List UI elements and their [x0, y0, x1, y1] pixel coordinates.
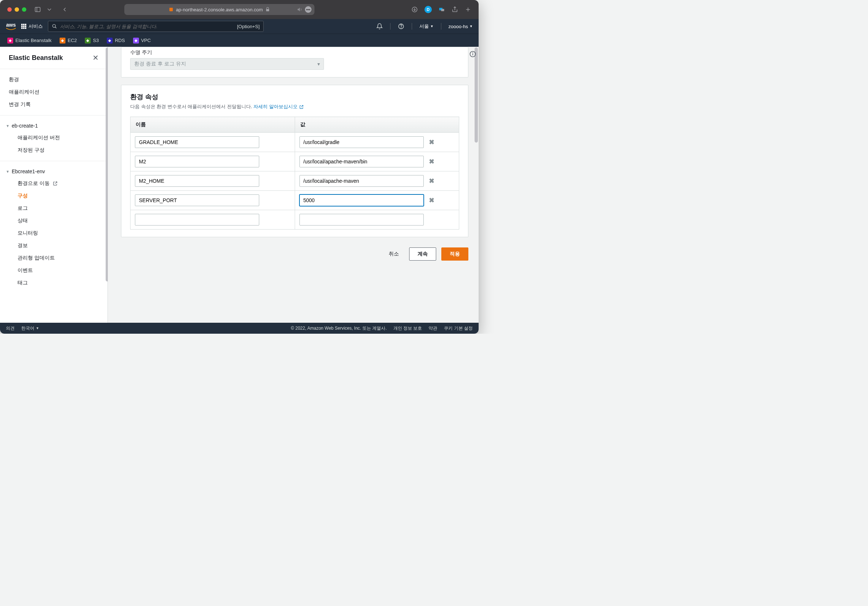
remove-row-icon[interactable]: ✖ [429, 196, 434, 204]
lifecycle-select[interactable]: 환경 종료 후 로그 유지 ▾ [130, 58, 324, 70]
favorite-label: VPC [141, 38, 151, 43]
sound-icon[interactable] [297, 6, 303, 12]
minimize-window[interactable] [15, 7, 19, 12]
prop-value-input[interactable] [299, 214, 424, 226]
actions-row: 취소 계속 적용 [121, 244, 468, 264]
sidebar-sublink[interactable]: 상태 [0, 215, 107, 227]
sidebar-sublink[interactable]: 애플리케이션 버전 [0, 131, 107, 144]
lifecycle-label: 수명 주기 [130, 49, 459, 56]
sidebar-sublink[interactable]: 저장된 구성 [0, 144, 107, 156]
content-scrollbar[interactable] [474, 48, 478, 142]
new-tab-icon[interactable] [465, 6, 471, 13]
close-window[interactable] [7, 7, 12, 12]
aws-footer: 의견 한국어 ▼ © 2022, Amazon Web Services, In… [0, 323, 479, 334]
remove-row-icon[interactable]: ✖ [429, 138, 434, 146]
services-label: 서비스 [28, 23, 43, 29]
prop-row: ✖ [130, 172, 459, 191]
services-menu[interactable]: 서비스 [21, 23, 43, 29]
svg-line-11 [55, 27, 57, 28]
sidebar-sublink[interactable]: 경보 [0, 240, 107, 252]
chevron-down-icon: ▾ [317, 61, 320, 67]
sidebar-link[interactable]: 변경 기록 [0, 98, 107, 111]
sidebar-sublink[interactable]: 이벤트 [0, 264, 107, 277]
prop-value-input[interactable] [299, 136, 424, 148]
prop-value-input[interactable] [299, 195, 424, 206]
close-sidebar-icon[interactable]: ✕ [93, 53, 99, 62]
prop-name-input[interactable] [135, 175, 259, 187]
region-label: 서울 [419, 23, 429, 29]
prop-name-input[interactable] [135, 136, 259, 148]
service-icon: ◆ [85, 38, 91, 43]
aws-logo[interactable]: aws [6, 22, 16, 30]
svg-rect-0 [35, 7, 40, 12]
footer-terms[interactable]: 약관 [428, 325, 437, 331]
sidebar-app-toggle[interactable]: ▼ eb-create-1 [0, 120, 107, 131]
sidebar-sublink[interactable]: 로그 [0, 202, 107, 215]
content-area: 수명 주기 환경 종료 후 로그 유지 ▾ 환경 속성 다음 속성은 환경 변수… [108, 47, 479, 323]
aws-search[interactable]: [Option+S] [48, 21, 264, 32]
prop-value-input[interactable] [299, 175, 424, 187]
lock-icon [265, 7, 270, 12]
screens-icon[interactable] [439, 6, 445, 13]
info-panel-toggle[interactable] [467, 51, 479, 58]
reader-icon[interactable]: ••• [305, 6, 312, 13]
favorite-item[interactable]: ◆EC2 [57, 36, 80, 45]
search-input[interactable] [60, 24, 234, 29]
apply-button[interactable]: 적용 [441, 247, 468, 261]
sidebar-env-toggle[interactable]: ▼ Ebcreate1-env [0, 165, 107, 177]
search-shortcut: [Option+S] [237, 24, 260, 29]
footer-feedback[interactable]: 의견 [6, 325, 15, 331]
user-menu[interactable]: zoooo-hs ▼ [449, 24, 473, 29]
url-bar[interactable]: ap-northeast-2.console.aws.amazon.com ••… [124, 4, 315, 15]
favorite-item[interactable]: ◆S3 [82, 36, 102, 45]
continue-button[interactable]: 계속 [409, 247, 436, 261]
svg-rect-6 [441, 9, 444, 11]
download-icon[interactable] [411, 6, 418, 13]
chevron-down-icon[interactable] [46, 6, 53, 13]
svg-point-10 [53, 25, 56, 28]
sidebar-app-name: eb-create-1 [12, 123, 38, 129]
sidebar-sublink[interactable]: 구성 [0, 190, 107, 202]
favorites-bar: ◆Elastic Beanstalk◆EC2◆S3◆RDS◆VPC [0, 34, 479, 47]
favorite-item[interactable]: ◆RDS [104, 36, 128, 45]
sidebar-toggle-icon[interactable] [34, 6, 41, 13]
prop-row: ✖ [130, 133, 459, 152]
sidebar-sublink[interactable]: 관리형 업데이트 [0, 252, 107, 264]
site-icon [169, 7, 174, 12]
external-link-icon [53, 181, 58, 186]
url-host: ap-northeast-2.console.aws.amazon.com [176, 7, 263, 12]
extension-badge[interactable]: D [425, 6, 432, 13]
remove-row-icon[interactable]: ✖ [429, 158, 434, 165]
help-icon[interactable] [398, 23, 405, 29]
language-selector[interactable]: 한국어 ▼ [21, 325, 39, 331]
region-selector[interactable]: 서울 ▼ [419, 23, 434, 29]
remove-row-icon[interactable]: ✖ [429, 177, 434, 185]
learn-more-link[interactable]: 자세히 알아보십시오 [253, 104, 304, 110]
lifecycle-select-value: 환경 종료 후 로그 유지 [134, 61, 186, 67]
back-button[interactable] [61, 6, 68, 13]
footer-cookies[interactable]: 쿠키 기본 설정 [444, 325, 473, 331]
prop-name-input[interactable] [135, 214, 259, 226]
sidebar-sublink[interactable]: 모니터링 [0, 227, 107, 240]
svg-rect-2 [169, 8, 172, 11]
browser-toolbar: ap-northeast-2.console.aws.amazon.com ••… [0, 0, 479, 19]
info-icon [469, 51, 476, 58]
bell-icon[interactable] [376, 23, 383, 29]
share-icon[interactable] [451, 6, 458, 13]
sidebar-link[interactable]: 애플리케이션 [0, 86, 107, 98]
sidebar-goto-env[interactable]: 환경으로 이동 [0, 177, 107, 190]
favorite-item[interactable]: ◆Elastic Beanstalk [5, 36, 54, 45]
sidebar-sublink[interactable]: 태그 [0, 277, 107, 289]
maximize-window[interactable] [22, 7, 26, 12]
prop-name-input[interactable] [135, 195, 259, 206]
sidebar-link[interactable]: 환경 [0, 73, 107, 86]
footer-privacy[interactable]: 개인 정보 보호 [394, 325, 422, 331]
service-icon: ◆ [60, 38, 65, 43]
prop-row: ✖ [130, 191, 459, 210]
service-icon: ◆ [7, 38, 13, 43]
favorite-item[interactable]: ◆VPC [130, 36, 154, 45]
prop-value-input[interactable] [299, 156, 424, 167]
favorite-label: Elastic Beanstalk [16, 38, 51, 43]
cancel-button[interactable]: 취소 [384, 248, 404, 260]
prop-name-input[interactable] [135, 156, 259, 167]
